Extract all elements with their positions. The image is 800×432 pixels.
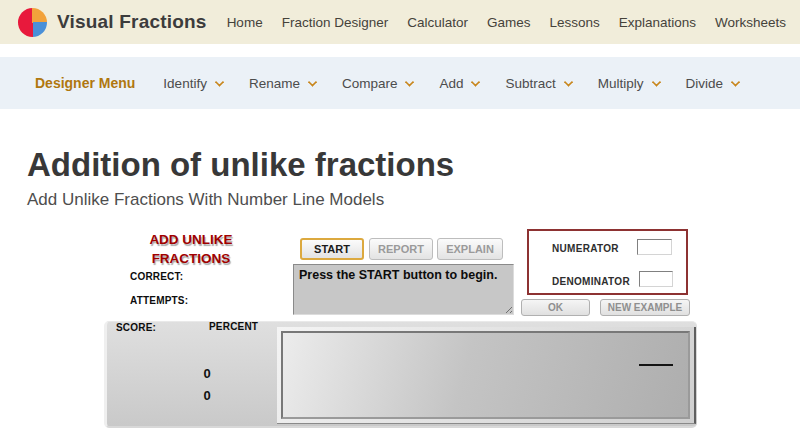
nav-item-worksheets[interactable]: Worksheets — [715, 15, 786, 30]
submenu-item-compare[interactable]: Compare — [342, 76, 414, 91]
page-subtitle: Add Unlike Fractions With Number Line Mo… — [27, 190, 800, 210]
number-line-display — [281, 331, 690, 419]
percent-value: 0 — [199, 388, 215, 403]
page: Visual Fractions Home Fraction Designer … — [0, 0, 800, 432]
top-navbar: Visual Fractions Home Fraction Designer … — [0, 0, 800, 44]
main-content: Addition of unlike fractions Add Unlike … — [0, 109, 800, 210]
chevron-down-icon — [307, 77, 317, 87]
nav-item-home[interactable]: Home — [227, 15, 263, 30]
message-textarea[interactable]: Press the START button to begin. — [293, 264, 514, 315]
designer-submenu: Designer Menu Identify Rename Compare Ad… — [0, 57, 800, 109]
submenu-item-rename[interactable]: Rename — [249, 76, 316, 91]
attempts-label: ATTEMPTS: — [130, 295, 188, 306]
submenu-item-label: Compare — [342, 76, 398, 91]
resize-grip-icon[interactable] — [503, 304, 512, 313]
applet-title-line1: ADD UNLIKE — [128, 230, 254, 249]
page-title: Addition of unlike fractions — [27, 147, 800, 183]
chevron-down-icon — [651, 77, 661, 87]
submenu-item-multiply[interactable]: Multiply — [598, 76, 660, 91]
submenu-item-identify[interactable]: Identify — [163, 76, 223, 91]
submenu-item-label: Subtract — [505, 76, 555, 91]
numerator-input[interactable] — [637, 239, 672, 255]
explain-button[interactable]: EXPLAIN — [437, 238, 503, 260]
nav-item-calculator[interactable]: Calculator — [407, 15, 468, 30]
nav-item-lessons[interactable]: Lessons — [549, 15, 599, 30]
brand-pie-logo-icon — [18, 8, 47, 37]
denominator-label: DENOMINATOR — [552, 276, 630, 287]
chevron-down-icon — [563, 77, 573, 87]
primary-nav: Home Fraction Designer Calculator Games … — [227, 15, 800, 30]
chevron-down-icon — [214, 77, 224, 87]
submenu-item-add[interactable]: Add — [439, 76, 479, 91]
submenu-item-label: Identify — [163, 76, 207, 91]
new-example-button[interactable]: NEW EXAMPLE — [600, 299, 690, 316]
submenu-item-label: Add — [439, 76, 463, 91]
applet-title: ADD UNLIKE FRACTIONS — [128, 230, 254, 268]
ok-button[interactable]: OK — [521, 299, 590, 316]
submenu-item-divide[interactable]: Divide — [686, 76, 740, 91]
percent-label: PERCENT — [209, 321, 258, 332]
number-line-display-frame — [277, 327, 696, 424]
denominator-input[interactable] — [639, 271, 673, 287]
applet-title-line2: FRACTIONS — [128, 249, 254, 268]
nav-item-explanations[interactable]: Explanations — [619, 15, 696, 30]
message-text: Press the START button to begin. — [299, 268, 497, 282]
chevron-down-icon — [405, 77, 415, 87]
submenu-item-subtract[interactable]: Subtract — [505, 76, 571, 91]
score-label: SCORE: — [116, 322, 156, 333]
submenu-item-label: Divide — [686, 76, 724, 91]
brand-title[interactable]: Visual Fractions — [57, 11, 207, 33]
nav-item-fraction-designer[interactable]: Fraction Designer — [282, 15, 389, 30]
submenu-item-label: Multiply — [598, 76, 644, 91]
fraction-bar — [639, 364, 673, 366]
numerator-label: NUMERATOR — [552, 243, 619, 254]
designer-menu-label[interactable]: Designer Menu — [35, 75, 135, 91]
chevron-down-icon — [731, 77, 741, 87]
start-button[interactable]: START — [300, 238, 364, 260]
score-value: 0 — [199, 366, 215, 381]
report-button[interactable]: REPORT — [369, 238, 433, 260]
chevron-down-icon — [471, 77, 481, 87]
submenu-item-label: Rename — [249, 76, 300, 91]
nav-item-games[interactable]: Games — [487, 15, 531, 30]
correct-label: CORRECT: — [130, 271, 183, 282]
